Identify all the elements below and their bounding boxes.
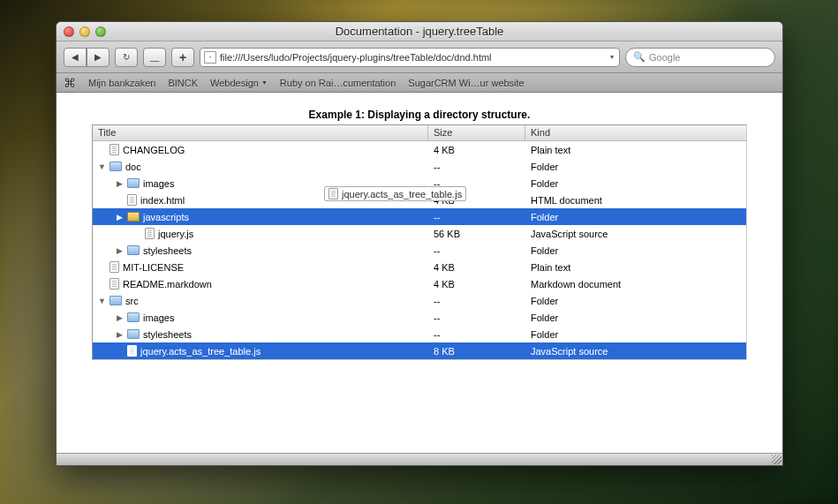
row-name: doc — [125, 162, 141, 172]
table-header: Title Size Kind — [93, 125, 746, 141]
row-kind: JavaScript source — [525, 229, 746, 239]
folder-icon — [127, 245, 140, 255]
table-row[interactable]: ▶images--Folder — [93, 175, 746, 192]
table-row[interactable]: ▼src--Folder — [93, 292, 746, 309]
folder-icon — [109, 296, 122, 305]
row-size: -- — [428, 245, 525, 256]
row-kind: Folder — [525, 296, 746, 306]
minimize-icon[interactable] — [79, 26, 90, 37]
row-size: 56 KB — [428, 229, 525, 239]
row-kind: Markdown document — [525, 279, 746, 290]
tree-table: Title Size Kind CHANGELOG4 KBPlain text▼… — [92, 124, 747, 360]
expander-icon[interactable]: ▶ — [116, 330, 124, 339]
file-icon — [127, 345, 137, 357]
row-size: -- — [428, 178, 525, 189]
column-header-kind[interactable]: Kind — [525, 125, 746, 140]
row-kind: Folder — [525, 329, 746, 340]
table-row[interactable]: jquery.js56 KBJavaScript source — [93, 225, 746, 242]
chevron-down-icon: ▼ — [261, 79, 268, 86]
window-title: Documentation - jquery.treeTable — [57, 25, 782, 38]
url-text: file:///Users/ludo/Projects/jquery-plugi… — [220, 52, 492, 63]
file-icon — [109, 278, 119, 290]
row-name: javascripts — [143, 212, 189, 222]
search-placeholder: Google — [649, 52, 680, 63]
row-size: 4 KB — [428, 145, 525, 155]
titlebar[interactable]: Documentation - jquery.treeTable — [57, 22, 782, 41]
row-size: -- — [428, 312, 525, 323]
table-row[interactable]: ▼doc--Folder — [93, 158, 746, 175]
file-icon — [109, 144, 119, 155]
row-size: 4 KB — [428, 262, 525, 273]
column-header-title[interactable]: Title — [93, 125, 428, 140]
expander-icon[interactable]: ▼ — [98, 297, 106, 305]
row-size: -- — [428, 296, 525, 306]
toolbar: ◀ ▶ ↻ ⎯⎯ + ◦ file:///Users/ludo/Projects… — [57, 41, 782, 73]
row-size: 4 KB — [428, 195, 525, 206]
folder-icon — [127, 212, 140, 222]
expander-icon[interactable]: ▶ — [116, 179, 124, 188]
url-bar[interactable]: ◦ file:///Users/ludo/Projects/jquery-plu… — [200, 48, 620, 67]
browser-window: Documentation - jquery.treeTable ◀ ▶ ↻ ⎯… — [56, 21, 783, 466]
table-row[interactable]: README.markdown4 KBMarkdown document — [93, 275, 746, 292]
table-row[interactable]: ▶stylesheets--Folder — [93, 326, 746, 342]
table-row[interactable]: index.html4 KBHTML document — [93, 192, 746, 208]
row-kind: Plain text — [525, 145, 746, 155]
expander-icon[interactable]: ▼ — [98, 162, 106, 171]
bookmark-item[interactable]: Webdesign▼ — [210, 78, 268, 88]
row-kind: HTML document — [525, 195, 746, 206]
row-name: images — [143, 178, 174, 189]
example-caption: Example 1: Displaying a directory struct… — [92, 109, 747, 121]
url-dropdown-icon[interactable]: ▾ — [608, 53, 615, 61]
table-row[interactable]: ▶stylesheets--Folder — [93, 242, 746, 259]
table-row[interactable]: MIT-LICENSE4 KBPlain text — [93, 259, 746, 275]
row-size: 4 KB — [428, 279, 525, 290]
folder-icon — [127, 312, 140, 322]
row-name: MIT-LICENSE — [123, 262, 184, 273]
table-row[interactable]: ▶javascripts--Folder — [93, 208, 746, 225]
row-name: jquery.js — [158, 229, 193, 239]
folder-icon — [109, 162, 122, 171]
row-size: -- — [428, 162, 525, 172]
actions-button[interactable]: ⎯⎯ — [143, 48, 166, 67]
expander-icon[interactable]: ▶ — [116, 313, 124, 322]
row-name: stylesheets — [143, 245, 192, 256]
folder-icon — [127, 178, 140, 188]
table-row[interactable]: CHANGELOG4 KBPlain text — [93, 141, 746, 158]
table-row[interactable]: ▶images--Folder — [93, 309, 746, 326]
row-kind: JavaScript source — [525, 346, 746, 357]
traffic-lights — [57, 26, 106, 37]
bookmarks-icon[interactable]: ⌘ — [64, 76, 76, 90]
row-size: -- — [428, 329, 525, 340]
row-size: -- — [428, 212, 525, 222]
row-kind: Plain text — [525, 262, 746, 273]
page-favicon-icon: ◦ — [204, 51, 216, 64]
row-name: jquery.acts_as_tree_table.js — [140, 346, 260, 357]
row-name: CHANGELOG — [123, 145, 185, 155]
zoom-icon[interactable] — [95, 26, 106, 37]
bookmark-item[interactable]: BINCK — [168, 78, 198, 88]
folder-icon — [127, 329, 140, 339]
bookmark-item[interactable]: SugarCRM Wi…ur website — [408, 78, 524, 88]
row-name: src — [125, 296, 139, 306]
expander-icon[interactable]: ▶ — [116, 246, 124, 255]
reload-button[interactable]: ↻ — [115, 48, 138, 67]
search-input[interactable]: 🔍 Google — [625, 48, 775, 67]
table-row[interactable]: jquery.acts_as_tree_table.js8 KBJavaScri… — [93, 342, 746, 359]
expander-icon[interactable]: ▶ — [116, 213, 124, 222]
column-header-size[interactable]: Size — [428, 125, 525, 140]
add-bookmark-button[interactable]: + — [171, 48, 194, 67]
bookmark-item[interactable]: Mijn bankzaken — [88, 78, 155, 88]
close-icon[interactable] — [64, 26, 74, 37]
row-size: 8 KB — [428, 346, 525, 357]
file-icon — [109, 261, 119, 273]
forward-button[interactable]: ▶ — [87, 48, 109, 67]
file-icon — [145, 228, 155, 239]
back-button[interactable]: ◀ — [64, 48, 87, 67]
bookmark-item[interactable]: Ruby on Rai…cumentation — [280, 78, 396, 88]
row-name: index.html — [140, 195, 185, 206]
row-kind: Folder — [525, 178, 746, 189]
row-kind: Folder — [525, 212, 746, 222]
row-kind: Folder — [525, 312, 746, 323]
row-name: stylesheets — [143, 329, 192, 340]
row-name: images — [143, 312, 174, 323]
